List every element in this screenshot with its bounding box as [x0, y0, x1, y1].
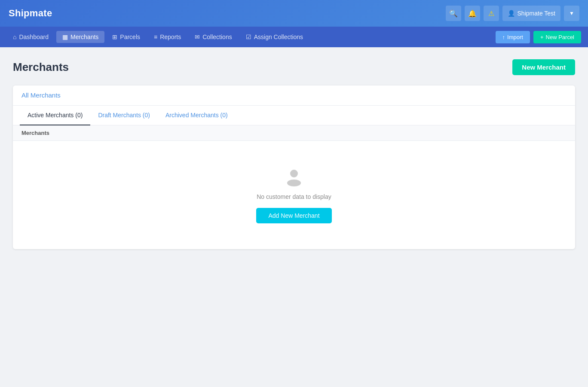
navbar-items: ⌂ Dashboard ▦ Merchants ⊞ Parcels ≡ Repo…	[7, 31, 309, 43]
reports-icon: ≡	[154, 34, 157, 40]
nav-label-collections: Collections	[202, 34, 232, 40]
tab-active-merchants[interactable]: Active Merchants (0)	[20, 106, 90, 125]
navbar: ⌂ Dashboard ▦ Merchants ⊞ Parcels ≡ Repo…	[0, 27, 588, 47]
page-header: Merchants New Merchant	[13, 59, 575, 75]
notifications-button[interactable]: 🔔	[465, 6, 480, 21]
merchant-icon: ▦	[62, 34, 68, 40]
sidebar-item-assign-collections[interactable]: ☑ Assign Collections	[240, 31, 309, 43]
add-new-merchant-button[interactable]: Add New Merchant	[256, 208, 331, 223]
user-icon: 👤	[508, 10, 515, 17]
new-parcel-button[interactable]: + New Parcel	[533, 31, 581, 43]
empty-state: No customer data to display Add New Merc…	[13, 141, 575, 249]
sidebar-item-parcels[interactable]: ⊞ Parcels	[106, 31, 146, 43]
nav-label-assign: Assign Collections	[254, 34, 303, 40]
new-merchant-button[interactable]: New Merchant	[512, 59, 575, 75]
nav-label-dashboard: Dashboard	[19, 34, 49, 40]
all-merchants-label: All Merchants	[21, 91, 61, 99]
page-title: Merchants	[13, 61, 69, 74]
sidebar-item-dashboard[interactable]: ⌂ Dashboard	[7, 31, 55, 43]
bell-icon: 🔔	[468, 9, 477, 18]
sidebar-item-merchants[interactable]: ▦ Merchants	[56, 31, 104, 43]
user-dropdown-button[interactable]: ▼	[564, 6, 579, 21]
search-button[interactable]: 🔍	[446, 6, 461, 21]
chevron-down-icon: ▼	[569, 10, 574, 16]
user-name-label: Shipmate Test	[518, 10, 555, 17]
user-menu-button[interactable]: 👤 Shipmate Test	[502, 6, 560, 21]
new-parcel-label: New Parcel	[546, 34, 574, 40]
import-button[interactable]: ↑ Import	[496, 31, 530, 43]
nav-label-merchants: Merchants	[70, 34, 98, 40]
card-header: All Merchants	[13, 85, 575, 106]
import-icon: ↑	[502, 34, 505, 40]
alert-icon: ⚠	[488, 9, 494, 18]
sidebar-item-reports[interactable]: ≡ Reports	[148, 31, 187, 43]
alerts-button[interactable]: ⚠	[484, 6, 499, 21]
new-parcel-plus-icon: +	[540, 34, 544, 40]
home-icon: ⌂	[13, 34, 16, 40]
empty-text: No customer data to display	[257, 193, 331, 200]
tab-draft-merchants[interactable]: Draft Merchants (0)	[90, 106, 158, 125]
merchants-tabs: Active Merchants (0) Draft Merchants (0)…	[13, 106, 575, 125]
svg-point-1	[287, 180, 301, 186]
tab-archived-merchants[interactable]: Archived Merchants (0)	[158, 106, 236, 125]
table-header: Merchants	[13, 125, 575, 141]
nav-label-parcels: Parcels	[120, 34, 140, 40]
navbar-actions: ↑ Import + New Parcel	[496, 31, 581, 43]
empty-person-icon	[284, 167, 304, 187]
header: Shipmate 🔍 🔔 ⚠ 👤 Shipmate Test ▼	[0, 0, 588, 27]
import-label: Import	[507, 34, 523, 40]
app-logo: Shipmate	[9, 8, 52, 19]
parcel-icon: ⊞	[112, 34, 117, 40]
search-icon: 🔍	[449, 9, 458, 18]
sidebar-item-collections[interactable]: ✉ Collections	[189, 31, 238, 43]
svg-point-0	[290, 170, 298, 177]
merchants-card: All Merchants Active Merchants (0) Draft…	[13, 85, 575, 249]
assign-icon: ☑	[246, 34, 251, 40]
collections-icon: ✉	[195, 34, 200, 40]
main-content: Merchants New Merchant All Merchants Act…	[0, 47, 588, 261]
header-right: 🔍 🔔 ⚠ 👤 Shipmate Test ▼	[446, 6, 579, 21]
nav-label-reports: Reports	[160, 34, 181, 40]
